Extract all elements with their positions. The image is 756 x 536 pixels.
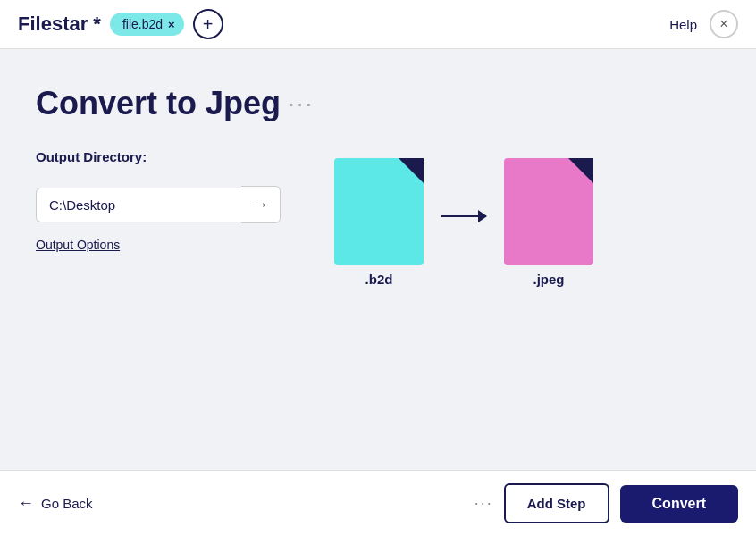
dest-file-label: .jpeg: [533, 272, 564, 287]
go-back-label: Go Back: [41, 496, 93, 511]
add-step-button[interactable]: Add Step: [504, 483, 609, 523]
page-title: Convert to Jpeg: [36, 85, 281, 122]
arrow-line-icon: [441, 215, 486, 217]
header-left: Filestar * file.b2d × +: [18, 9, 223, 39]
source-file-icon: [334, 158, 424, 265]
footer-right: ··· Add Step Convert: [475, 483, 738, 523]
header: Filestar * file.b2d × + Help ×: [0, 0, 756, 49]
output-directory-label: Output Directory:: [36, 149, 281, 164]
convert-button[interactable]: Convert: [620, 485, 738, 523]
go-back-button[interactable]: ← Go Back: [18, 494, 93, 513]
close-button[interactable]: ×: [710, 10, 738, 38]
file-tag: file.b2d ×: [110, 13, 184, 36]
footer: ← Go Back ··· Add Step Convert: [0, 470, 756, 536]
app-title: Filestar *: [18, 13, 101, 36]
title-dots: ···: [288, 89, 314, 118]
file-tag-label: file.b2d: [122, 17, 163, 31]
output-dir-browse-button[interactable]: →: [241, 186, 281, 223]
output-directory-input[interactable]: [36, 188, 241, 222]
conversion-visual: .b2d .jpeg: [334, 158, 593, 292]
left-panel: Output Directory: → Output Options: [36, 149, 281, 252]
main-content: Convert to Jpeg ··· Output Directory: → …: [0, 49, 756, 470]
output-options-link[interactable]: Output Options: [36, 238, 281, 252]
content-area: Output Directory: → Output Options .b2d: [36, 149, 720, 292]
more-options-button[interactable]: ···: [475, 494, 493, 513]
page-title-container: Convert to Jpeg ···: [36, 85, 720, 122]
source-file-label: .b2d: [365, 272, 393, 287]
output-dir-row: →: [36, 186, 281, 223]
conversion-arrow: [441, 215, 486, 217]
go-back-arrow-icon: ←: [18, 494, 34, 513]
add-file-button[interactable]: +: [193, 9, 223, 39]
dest-file-icon: [504, 158, 593, 265]
file-tag-close-icon[interactable]: ×: [168, 19, 175, 30]
help-link[interactable]: Help: [669, 17, 697, 32]
header-right: Help ×: [669, 10, 738, 38]
arrow-right-icon: →: [253, 196, 269, 214]
